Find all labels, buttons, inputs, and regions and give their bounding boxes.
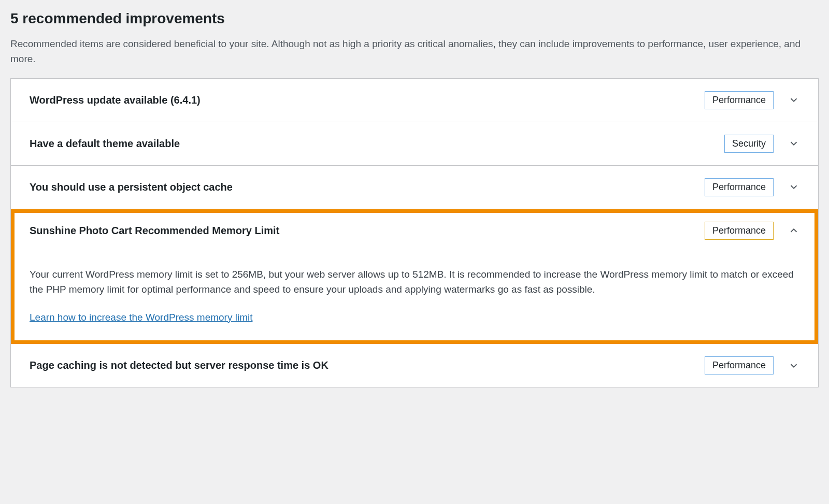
improvement-toggle[interactable]: WordPress update available (6.4.1) Perfo… [11,79,818,122]
improvement-toggle[interactable]: Page caching is not detected but server … [11,344,818,387]
improvements-list: WordPress update available (6.4.1) Perfo… [10,78,819,387]
improvement-toggle[interactable]: Sunshine Photo Cart Recommended Memory L… [11,209,818,252]
improvement-title: Have a default theme available [30,138,724,150]
improvement-meta: Performance [705,222,799,240]
improvement-toggle[interactable]: Have a default theme available Security [11,122,818,165]
improvement-meta: Performance [705,91,799,109]
status-badge-performance: Performance [705,178,774,196]
chevron-down-icon [788,181,799,193]
improvement-meta: Performance [705,356,799,375]
improvement-body: Your current WordPress memory limit is s… [11,252,818,343]
chevron-up-icon [788,225,799,236]
improvement-item-object-cache: You should use a persistent object cache… [11,166,818,209]
improvement-description: Your current WordPress memory limit is s… [30,267,799,297]
chevron-down-icon [788,360,799,371]
improvement-toggle[interactable]: You should use a persistent object cache… [11,166,818,209]
improvement-meta: Performance [705,178,799,196]
improvement-item-default-theme: Have a default theme available Security [11,122,818,166]
status-badge-security: Security [724,135,774,153]
page-title: 5 recommended improvements [10,10,819,27]
learn-more-link[interactable]: Learn how to increase the WordPress memo… [30,312,252,323]
status-badge-performance: Performance [705,356,774,375]
improvement-title: You should use a persistent object cache [30,181,705,193]
improvement-title: Page caching is not detected but server … [30,359,705,371]
chevron-down-icon [788,138,799,149]
improvement-title: Sunshine Photo Cart Recommended Memory L… [30,225,705,237]
chevron-down-icon [788,94,799,106]
improvement-item-page-caching: Page caching is not detected but server … [11,344,818,387]
status-badge-performance: Performance [705,91,774,109]
improvement-item-wordpress-update: WordPress update available (6.4.1) Perfo… [11,79,818,122]
improvement-item-memory-limit: Sunshine Photo Cart Recommended Memory L… [11,209,818,344]
page-description: Recommended items are considered benefic… [10,36,803,67]
status-badge-performance: Performance [705,222,774,240]
improvement-title: WordPress update available (6.4.1) [30,94,705,106]
improvement-meta: Security [724,135,799,153]
